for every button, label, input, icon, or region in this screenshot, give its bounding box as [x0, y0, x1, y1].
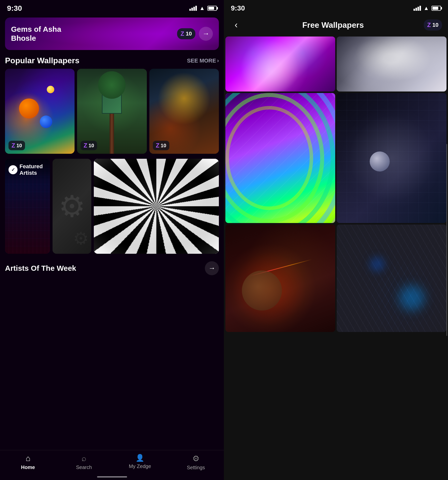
hero-arrow-icon: → [202, 30, 209, 38]
popular-section-header: Popular Wallpapers SEE MORE › [0, 50, 224, 69]
myzedge-icon: 👤 [136, 454, 144, 462]
hero-controls: Z 10 → [177, 27, 213, 41]
right-status-icons: ▲ [413, 5, 441, 12]
right-wallpaper-techglass[interactable] [337, 93, 446, 223]
gears-bg: ⚙ ⚙ [53, 159, 91, 254]
signal-bar-3 [193, 7, 195, 11]
featured-title: FeaturedArtists [20, 163, 43, 176]
featured-grid: ✓ FeaturedArtists ⚙ ⚙ [5, 159, 219, 254]
nav-home[interactable]: ⌂ Home [0, 454, 56, 470]
battery-icon [207, 6, 217, 11]
featured-spiral[interactable] [94, 159, 219, 254]
right-wallpaper-clouds[interactable] [337, 36, 446, 92]
signal-bar-2 [191, 8, 193, 11]
right-signal-icon [413, 6, 421, 11]
popular-title: Popular Wallpapers [5, 56, 80, 65]
right-status-bar: 9:30 ▲ [224, 0, 448, 15]
gears-container: ⚙ ⚙ [53, 159, 91, 254]
gear-icon-large: ⚙ [59, 191, 86, 221]
gear-icon-small: ⚙ [73, 228, 89, 249]
clouds-overlay [337, 36, 446, 92]
featured-cyberpunk[interactable]: ✓ FeaturedArtists [5, 159, 50, 254]
right-z-logo: Z [427, 22, 431, 28]
signal-icon [189, 6, 197, 11]
battery-fill [208, 7, 214, 10]
wallpaper-treehouse[interactable]: Z 10 [77, 69, 147, 154]
hex-glow-spot-1 [399, 286, 424, 310]
right-wallpaper-alien[interactable] [225, 224, 335, 332]
hero-title: Gems of Asha Bhosle [11, 25, 81, 43]
nav-myzedge[interactable]: 👤 My Zedge [112, 454, 168, 469]
wave-arc-7 [225, 106, 313, 210]
alien-mech-body [242, 270, 282, 310]
wifi-icon: ▲ [199, 5, 205, 12]
featured-overlay: ✓ FeaturedArtists [5, 159, 50, 181]
bottom-nav: ⌂ Home ⌕ Search 👤 My Zedge ⚙ Settings [0, 450, 224, 480]
left-status-bar: 9:30 ▲ [0, 0, 224, 15]
left-status-icons: ▲ [189, 5, 217, 12]
hero-badge-num: 10 [186, 30, 192, 37]
spiral-inner [94, 159, 219, 254]
space-orb-1 [19, 98, 39, 118]
featured-gears[interactable]: ⚙ ⚙ [53, 159, 91, 254]
space-orb-2 [40, 116, 52, 128]
hex-glow-spot-2 [370, 257, 385, 272]
z-logo-1: Z [12, 142, 15, 149]
artists-of-week-section: Artists Of The Week → [0, 256, 224, 278]
z-logo: Z [181, 30, 184, 37]
right-wallpaper-colorwaves[interactable] [225, 93, 335, 223]
settings-label: Settings [187, 465, 205, 470]
featured-artists-section: ✓ FeaturedArtists ⚙ ⚙ [0, 159, 224, 254]
home-icon: ⌂ [26, 454, 30, 463]
left-panel: 9:30 ▲ Gems of Asha Bhosle Z 10 → [0, 0, 224, 480]
check-icon: ✓ [9, 165, 18, 174]
treehouse-foliage [98, 71, 126, 99]
colorwaves-container [225, 93, 335, 223]
abstract-overlay [225, 36, 335, 92]
home-label: Home [21, 464, 35, 470]
hero-arrow-button[interactable]: → [199, 27, 213, 41]
back-icon: ‹ [235, 20, 238, 30]
home-indicator [97, 476, 127, 478]
right-time: 9:30 [231, 4, 245, 12]
right-wallpaper-hex[interactable] [337, 224, 446, 332]
featured-badge: ✓ FeaturedArtists [9, 163, 47, 176]
hero-banner[interactable]: Gems of Asha Bhosle Z 10 → [5, 18, 219, 50]
wallpaper-planet[interactable]: Z 10 [149, 69, 219, 154]
nav-settings[interactable]: ⚙ Settings [168, 454, 224, 470]
right-battery-fill [432, 7, 438, 10]
left-time: 9:30 [7, 4, 22, 12]
popular-wallpapers-row: Z 10 Z 10 Z 10 [0, 69, 224, 154]
badge-num-1: 10 [17, 143, 22, 148]
see-more-label: SEE MORE [187, 58, 216, 64]
badge-num-2: 10 [89, 143, 94, 148]
right-header: ‹ Free Wallpapers Z 10 [224, 15, 448, 35]
hero-zedge-badge: Z 10 [177, 28, 195, 39]
search-label: Search [76, 464, 92, 470]
search-icon: ⌕ [82, 454, 86, 463]
right-wallpaper-abstract[interactable] [225, 36, 335, 92]
artists-arrow-icon: → [208, 264, 215, 272]
right-wifi-icon: ▲ [423, 5, 429, 12]
signal-bar-1 [189, 9, 191, 11]
back-button[interactable]: ‹ [230, 19, 242, 31]
wallpaper-space-badge: Z 10 [9, 141, 25, 150]
right-battery-icon [431, 6, 441, 11]
tech-sphere [370, 152, 390, 172]
z-logo-2: Z [84, 142, 87, 149]
artists-arrow-button[interactable]: → [205, 261, 219, 275]
wallpaper-planet-badge: Z 10 [153, 141, 169, 150]
z-logo-3: Z [156, 142, 160, 149]
nav-search[interactable]: ⌕ Search [56, 454, 112, 470]
wallpaper-space[interactable]: Z 10 [5, 69, 75, 154]
badge-num-3: 10 [161, 143, 166, 148]
see-more-chevron: › [217, 58, 219, 64]
alien-glow [225, 224, 335, 332]
right-zedge-badge: Z 10 [424, 20, 442, 30]
see-more-button[interactable]: SEE MORE › [187, 58, 219, 64]
wallpaper-treehouse-badge: Z 10 [81, 141, 97, 150]
tech-glow [337, 93, 446, 223]
myzedge-label: My Zedge [129, 464, 151, 469]
right-scroll-indicator [446, 144, 447, 336]
space-orb-3 [47, 86, 54, 93]
